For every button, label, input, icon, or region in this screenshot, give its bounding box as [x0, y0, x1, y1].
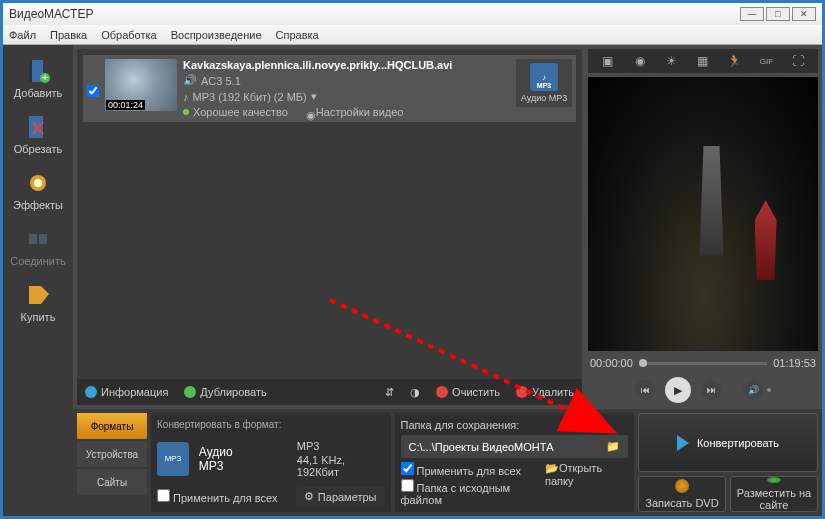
sidebar-join[interactable]: Соединить — [10, 221, 66, 271]
quality-dot-icon — [183, 109, 189, 115]
menu-play[interactable]: Воспроизведение — [171, 29, 262, 41]
tag-icon — [24, 281, 52, 309]
folder-icon[interactable]: 📁 — [606, 440, 620, 453]
gif-icon[interactable]: GIF — [755, 52, 777, 70]
burn-dvd-button[interactable]: Записать DVD — [638, 476, 726, 512]
file-list-pane: 00:01:24 Kavkazskaya.plennica.ili.novye.… — [77, 49, 582, 405]
menu-process[interactable]: Обработка — [101, 29, 156, 41]
file-row[interactable]: 00:01:24 Kavkazskaya.plennica.ili.novye.… — [83, 55, 576, 122]
time-start: 00:00:00 — [590, 357, 633, 369]
file-checkbox[interactable] — [87, 85, 99, 97]
info-button[interactable]: Информация — [85, 386, 168, 398]
close-button[interactable]: ✕ — [792, 7, 816, 21]
format-bitrate: 44,1 KHz, 192Кбит — [297, 454, 385, 478]
svg-rect-1 — [29, 60, 32, 82]
menu-help[interactable]: Справка — [276, 29, 319, 41]
folder-panel: Папка для сохранения: C:\...\Проекты Вид… — [395, 413, 635, 512]
upload-button[interactable]: Разместить на сайте — [730, 476, 818, 512]
format-codec: MP3 — [297, 440, 385, 452]
gear-icon: ⚙ — [304, 490, 314, 503]
sidebar-buy[interactable]: Купить — [10, 277, 66, 327]
mp3-icon: MP3 — [157, 442, 189, 476]
sidebar-add[interactable]: + Добавить — [10, 53, 66, 103]
sort-toggle[interactable]: ⇵ — [385, 386, 394, 399]
sidebar: + Добавить Обрезать Эффекты Соединить Ку… — [3, 45, 73, 516]
timeline[interactable]: 00:00:00 01:19:53 — [588, 355, 818, 371]
disc-icon — [675, 479, 689, 493]
menu-file[interactable]: Файл — [9, 29, 36, 41]
convert-button[interactable]: Конвертировать — [638, 413, 818, 472]
folder-apply-all-checkbox[interactable]: Применить для всех — [401, 462, 545, 477]
format-name: Аудио MP3 — [199, 445, 257, 473]
file-toolbar: Информация Дублировать ⇵ ◑ Очистить Удал… — [77, 379, 582, 405]
note-icon: ♪ — [183, 91, 189, 103]
film-plus-icon: + — [24, 57, 52, 85]
output-format-block[interactable]: ♪ Аудио MP3 — [516, 59, 572, 107]
mp3-icon: ♪ — [530, 63, 558, 91]
prev-button[interactable]: ⏮ — [635, 380, 655, 400]
tab-devices[interactable]: Устройства — [77, 441, 147, 467]
info-icon — [85, 386, 97, 398]
chevron-down-icon[interactable]: ▾ — [311, 90, 317, 103]
crop-icon[interactable]: ▣ — [597, 52, 619, 70]
delete-icon — [516, 386, 528, 398]
svg-rect-7 — [29, 234, 37, 244]
delete-button[interactable]: Удалить — [516, 386, 574, 398]
settings-dot-icon: ◉ — [306, 109, 312, 115]
svg-point-6 — [34, 179, 42, 187]
format-panel-header: Конвертировать в формат: — [157, 419, 385, 430]
titlebar: ВидеоМАСТЕР — □ ✕ — [3, 3, 822, 25]
play-triangle-icon — [677, 435, 689, 451]
file-name: Kavkazskaya.plennica.ili.novye.prikly...… — [183, 59, 510, 71]
globe-icon — [767, 477, 781, 483]
window-title: ВидеоМАСТЕР — [9, 7, 93, 21]
parameters-button[interactable]: ⚙Параметры — [296, 487, 385, 506]
apply-all-checkbox[interactable]: Применить для всех — [157, 489, 277, 504]
file-thumbnail[interactable]: 00:01:24 — [105, 59, 177, 111]
next-button[interactable]: ⏭ — [701, 380, 721, 400]
volume-dot[interactable] — [767, 388, 771, 392]
speaker-icon: 🔊 — [183, 74, 197, 87]
output-path: C:\...\Проекты ВидеоМОНТА — [409, 441, 554, 453]
scissors-icon — [24, 113, 52, 141]
brightness-icon[interactable]: ☀ — [660, 52, 682, 70]
timecode: 00:01:24 — [106, 100, 145, 110]
tab-formats[interactable]: Форматы — [77, 413, 147, 439]
clear-button[interactable]: Очистить — [436, 386, 500, 398]
source-folder-checkbox[interactable]: Папка с исходным файлом — [401, 479, 545, 506]
link-icon — [24, 225, 52, 253]
video-preview[interactable] — [588, 77, 818, 351]
svg-text:+: + — [42, 71, 48, 83]
clear-icon — [436, 386, 448, 398]
enhance-icon[interactable]: ▦ — [692, 52, 714, 70]
tab-sites[interactable]: Сайты — [77, 469, 147, 495]
record-icon[interactable]: ◉ — [629, 52, 651, 70]
output-path-box[interactable]: C:\...\Проекты ВидеоМОНТА 📁 — [401, 435, 629, 458]
preview-toolbar: ▣ ◉ ☀ ▦ 🏃 GIF ⛶ — [588, 49, 818, 73]
video-settings-link[interactable]: Настройки видео — [316, 106, 404, 118]
folder-open-icon: 📂 — [545, 462, 559, 474]
maximize-button[interactable]: □ — [766, 7, 790, 21]
play-button[interactable]: ▶ — [665, 377, 691, 403]
sidebar-effects[interactable]: Эффекты — [10, 165, 66, 215]
run-icon[interactable]: 🏃 — [724, 52, 746, 70]
minimize-button[interactable]: — — [740, 7, 764, 21]
svg-rect-8 — [39, 234, 47, 244]
duplicate-button[interactable]: Дублировать — [184, 386, 266, 398]
volume-icon[interactable]: 🔊 — [743, 380, 763, 400]
sparkle-icon — [24, 169, 52, 197]
menubar: Файл Правка Обработка Воспроизведение Сп… — [3, 25, 822, 45]
time-end: 01:19:53 — [773, 357, 816, 369]
menu-edit[interactable]: Правка — [50, 29, 87, 41]
timeline-track[interactable] — [639, 362, 767, 365]
preview-pane: ▣ ◉ ☀ ▦ 🏃 GIF ⛶ — [588, 49, 818, 405]
sidebar-cut[interactable]: Обрезать — [10, 109, 66, 159]
format-panel: Конвертировать в формат: MP3 Аудио MP3 M… — [151, 413, 391, 512]
open-folder-button[interactable]: 📂Открыть папку — [545, 462, 628, 506]
fullscreen-icon[interactable]: ⛶ — [787, 52, 809, 70]
folder-panel-header: Папка для сохранения: — [401, 419, 629, 431]
duplicate-icon — [184, 386, 196, 398]
playback-controls: ⏮ ▶ ⏭ 🔊 — [588, 375, 818, 405]
toggle-switch[interactable]: ◑ — [410, 386, 420, 399]
